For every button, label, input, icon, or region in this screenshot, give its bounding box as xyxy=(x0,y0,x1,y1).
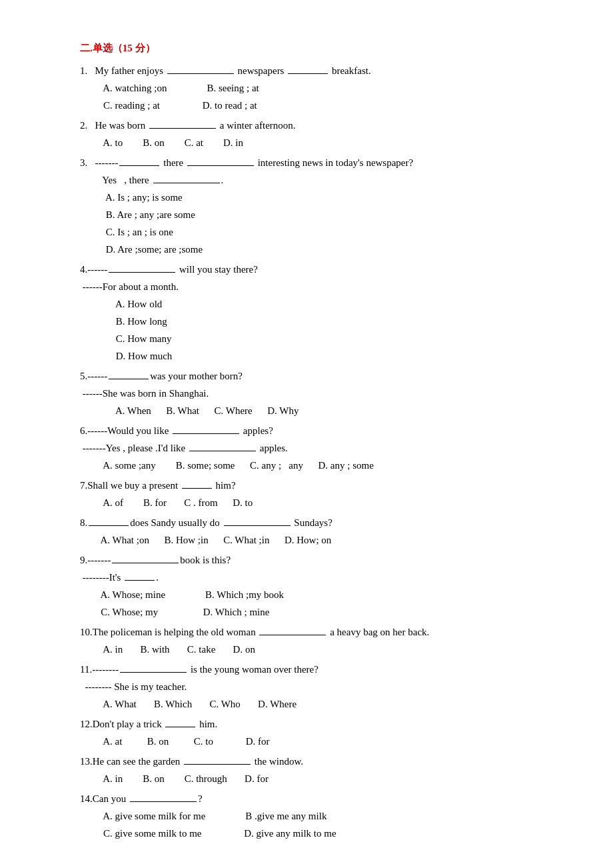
q13-text: 13.He can see the garden the window. xyxy=(80,753,533,769)
q7-options: A. of B. for C . from D. to xyxy=(93,495,533,511)
q9-options2: C. Whose; my D. Which ; mine xyxy=(93,604,533,620)
q5-line1: 5.------was your mother born? xyxy=(80,368,533,384)
q3-optB: B. Are ; any ;are some xyxy=(93,207,533,223)
question-11: 11.-------- is the young woman over ther… xyxy=(80,661,533,712)
q6-line2: -------Yes , please .I'd like apples. xyxy=(80,440,533,456)
question-10: 10.The policeman is helping the old woma… xyxy=(80,624,533,657)
q10-text: 10.The policeman is helping the old woma… xyxy=(80,624,533,640)
q12-options: A. at B. on C. to D. for xyxy=(93,733,533,749)
q3-line1: 3. ------- there interesting news in tod… xyxy=(80,155,533,171)
q8-options: A. What ;on B. How ;in C. What ;in D. Ho… xyxy=(93,532,533,548)
q6-options: A. some ;any B. some; some C. any ; any … xyxy=(93,457,533,473)
q14-line1: 14.Can you ? xyxy=(80,791,533,807)
q4-optA: A. How old xyxy=(93,296,533,312)
q13-options: A. in B. on C. through D. for xyxy=(93,771,533,787)
q11-line1: 11.-------- is the young woman over ther… xyxy=(80,661,533,677)
question-1: 1. My father enjoys newspapers breakfast… xyxy=(80,63,533,113)
q1-options: A. watching ;on B. seeing ; at xyxy=(93,80,533,96)
question-5: 5.------was your mother born? ------She … xyxy=(80,368,533,419)
question-6: 6.------Would you like apples? -------Ye… xyxy=(80,423,533,473)
q5-options: A. When B. What C. Where D. Why xyxy=(93,403,533,419)
question-2: 2. He was born a winter afternoon. A. to… xyxy=(80,117,533,151)
q7-text: 7.Shall we buy a present him? xyxy=(80,477,533,493)
question-3: 3. ------- there interesting news in tod… xyxy=(80,155,533,257)
q11-options: A. What B. Which C. Who D. Where xyxy=(93,696,533,712)
q6-line1: 6.------Would you like apples? xyxy=(80,423,533,439)
question-9: 9.-------book is this? --------It's . A.… xyxy=(80,552,533,620)
q3-line2: Yes , there . xyxy=(80,172,533,188)
question-4: 4.------ will you stay there? ------For … xyxy=(80,261,533,364)
q2-options: A. to B. on C. at D. in xyxy=(93,135,533,151)
q4-line2: ------For about a month. xyxy=(80,279,533,295)
question-7: 7.Shall we buy a present him? A. of B. f… xyxy=(80,477,533,511)
q11-line2: -------- She is my teacher. xyxy=(80,679,533,695)
question-13: 13.He can see the garden the window. A. … xyxy=(80,753,533,787)
q4-line1: 4.------ will you stay there? xyxy=(80,261,533,277)
q9-options: A. Whose; mine B. Which ;my book xyxy=(93,587,533,603)
q12-text: 12.Don't play a trick him. xyxy=(80,716,533,732)
q14-options2: C. give some milk to me D. give any milk… xyxy=(93,825,533,841)
q3-optC: C. Is ; an ; is one xyxy=(93,224,533,240)
q4-optC: C. How many xyxy=(93,331,533,347)
q5-line2: ------She was born in Shanghai. xyxy=(80,385,533,401)
q4-optB: B. How long xyxy=(93,313,533,329)
q10-options: A. in B. with C. take D. on xyxy=(93,641,533,657)
q2-text: 2. He was born a winter afternoon. xyxy=(80,117,533,133)
q1-options2: C. reading ; at D. to read ; at xyxy=(93,97,533,113)
question-12: 12.Don't play a trick him. A. at B. on C… xyxy=(80,716,533,749)
q1-text: 1. My father enjoys newspapers breakfast… xyxy=(80,63,533,79)
question-14: 14.Can you ? A. give some milk for me B … xyxy=(80,791,533,841)
q4-optD: D. How much xyxy=(93,348,533,364)
section-title: 二.单选（15 分） xyxy=(80,40,533,56)
q3-optA: A. Is ; any; is some xyxy=(93,189,533,205)
q9-line1: 9.-------book is this? xyxy=(80,552,533,568)
q3-optD: D. Are ;some; are ;some xyxy=(93,241,533,257)
q14-options: A. give some milk for me B .give me any … xyxy=(93,808,533,824)
question-8: 8.does Sandy usually do Sundays? A. What… xyxy=(80,515,533,548)
q9-line2: --------It's . xyxy=(80,569,533,585)
q8-text: 8.does Sandy usually do Sundays? xyxy=(80,515,533,531)
